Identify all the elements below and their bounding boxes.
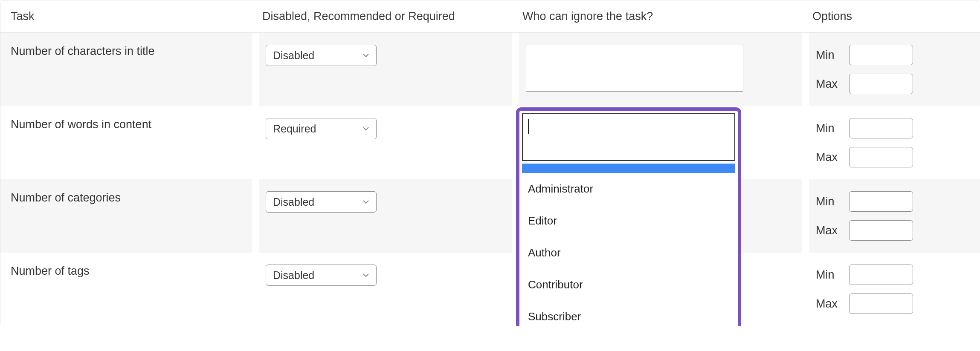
header-options: Options (802, 0, 980, 33)
max-label: Max (816, 151, 841, 164)
max-input[interactable] (849, 220, 913, 241)
task-label: Number of words in content (0, 106, 252, 179)
min-input[interactable] (849, 191, 913, 212)
min-label: Min (816, 268, 841, 282)
chevron-down-icon (362, 271, 370, 279)
status-select[interactable]: Disabled (266, 191, 377, 213)
min-label: Min (816, 195, 841, 208)
minmax-group: Min Max (816, 118, 970, 167)
minmax-group: Min Max (816, 191, 970, 241)
status-select-value: Disabled (273, 49, 314, 62)
table-row: Number of categories Disabled Min (0, 179, 980, 253)
status-select-value: Disabled (273, 269, 314, 282)
settings-table-wrap: Task Disabled, Recommended or Required W… (0, 0, 980, 326)
min-label: Min (816, 49, 841, 62)
table-row: Number of characters in title Disabled M… (0, 33, 980, 106)
min-input[interactable] (849, 265, 913, 285)
header-status: Disabled, Recommended or Required (252, 0, 512, 33)
who-ignore-field[interactable] (526, 45, 743, 92)
max-label: Max (816, 297, 841, 311)
status-select[interactable]: Disabled (266, 45, 377, 66)
dropdown-highlight (522, 164, 735, 173)
max-input[interactable] (849, 293, 913, 314)
chevron-down-icon (362, 51, 370, 60)
who-ignore-dropdown[interactable]: AdministratorEditorAuthorContributorSubs… (516, 107, 741, 326)
who-ignore-option[interactable]: Editor (522, 205, 735, 237)
table-row: Number of words in content Required Min (0, 106, 980, 179)
who-ignore-option[interactable]: Subscriber (522, 301, 735, 326)
status-select-value: Required (273, 123, 316, 135)
min-input[interactable] (849, 118, 913, 138)
header-row: Task Disabled, Recommended or Required W… (0, 0, 980, 33)
task-label: Number of categories (0, 179, 252, 253)
status-select[interactable]: Disabled (266, 265, 377, 286)
status-select-value: Disabled (273, 196, 314, 208)
max-label: Max (816, 78, 841, 91)
who-ignore-search-input[interactable] (522, 113, 735, 161)
minmax-group: Min Max (816, 265, 970, 314)
max-input[interactable] (849, 147, 913, 167)
table-row: Number of tags Disabled Min (0, 253, 980, 326)
chevron-down-icon (362, 198, 370, 206)
minmax-group: Min Max (816, 45, 970, 94)
task-label: Number of tags (0, 253, 252, 326)
who-ignore-options-list: AdministratorEditorAuthorContributorSubs… (522, 164, 735, 326)
min-label: Min (816, 122, 841, 135)
min-input[interactable] (849, 45, 913, 65)
header-who: Who can ignore the task? (512, 0, 802, 33)
chevron-down-icon (362, 124, 370, 133)
max-label: Max (816, 224, 841, 237)
text-caret (528, 119, 529, 134)
settings-table: Task Disabled, Recommended or Required W… (0, 0, 980, 326)
who-ignore-option[interactable]: Administrator (522, 173, 735, 205)
task-label: Number of characters in title (0, 33, 252, 106)
header-task: Task (0, 0, 252, 33)
max-input[interactable] (849, 74, 913, 94)
who-ignore-option[interactable]: Author (522, 237, 735, 269)
who-ignore-option[interactable]: Contributor (522, 269, 735, 301)
status-select[interactable]: Required (266, 118, 377, 139)
